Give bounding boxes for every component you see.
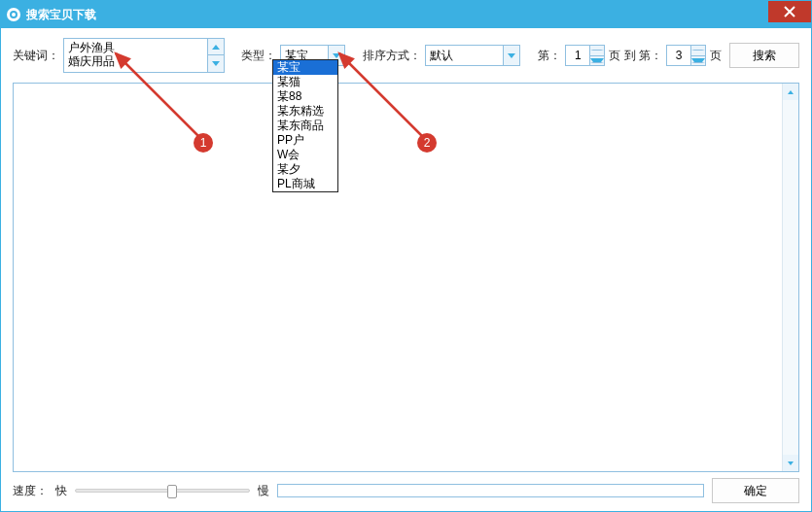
type-option[interactable]: 某猫 <box>273 75 337 89</box>
toolbar: 关键词： 户外渔具 婚庆用品 类型： 某宝 排序方式： 默认 第： <box>1 28 811 73</box>
scroll-track[interactable] <box>783 100 798 455</box>
results-scrollbar[interactable] <box>782 84 798 471</box>
keyword-line: 婚庆用品 <box>68 54 206 68</box>
type-option[interactable]: PP户 <box>273 133 337 148</box>
page-from-input[interactable] <box>566 49 589 62</box>
type-option[interactable]: PL商城 <box>273 177 337 191</box>
app-icon <box>7 8 20 21</box>
page-from-stepper[interactable] <box>565 45 605 66</box>
ok-button[interactable]: 确定 <box>712 478 799 503</box>
page-to-input[interactable] <box>667 49 690 62</box>
title-bar: 搜索宝贝下载 <box>1 1 811 28</box>
type-option[interactable]: 某宝 <box>273 60 337 75</box>
chevron-down-icon <box>788 461 794 465</box>
footer: 速度： 快 慢 确定 <box>13 478 799 503</box>
chevron-down-icon <box>508 53 515 58</box>
keyword-listbox[interactable]: 户外渔具 婚庆用品 <box>63 38 225 73</box>
results-list[interactable] <box>13 83 799 472</box>
close-icon <box>784 6 795 17</box>
page-mid-label: 页 到 第： <box>609 48 662 64</box>
keyword-scroll-down[interactable] <box>207 55 224 72</box>
scroll-down[interactable] <box>783 455 798 471</box>
keyword-label: 关键词： <box>13 48 59 64</box>
sort-value: 默认 <box>426 48 503 64</box>
type-label: 类型： <box>241 48 276 64</box>
chevron-down-icon <box>691 58 705 63</box>
scroll-up[interactable] <box>783 84 798 100</box>
speed-fast-label: 快 <box>55 483 67 499</box>
page-to-down[interactable] <box>691 56 705 66</box>
chevron-up-icon <box>212 45 220 50</box>
speed-slider-thumb[interactable] <box>167 485 177 498</box>
type-option[interactable]: 某88 <box>273 89 337 104</box>
app-window: 搜索宝贝下载 关键词： 户外渔具 婚庆用品 类型： 某宝 排序方式： 默认 <box>0 0 812 512</box>
chevron-up-icon <box>590 50 604 51</box>
speed-slow-label: 慢 <box>258 483 269 499</box>
chevron-down-icon <box>333 53 340 58</box>
page-to-stepper[interactable] <box>666 45 706 66</box>
speed-slider[interactable] <box>75 489 250 493</box>
keyword-line: 户外渔具 <box>68 41 206 54</box>
page-suffix-label: 页 <box>710 48 722 64</box>
chevron-up-icon <box>788 90 794 94</box>
page-to-up[interactable] <box>691 46 705 56</box>
window-title: 搜索宝贝下载 <box>26 7 96 23</box>
type-option[interactable]: 某夕 <box>273 162 337 177</box>
chevron-down-icon <box>212 61 220 66</box>
sort-combobox[interactable]: 默认 <box>425 45 520 66</box>
chevron-up-icon <box>691 50 705 51</box>
speed-label: 速度： <box>13 483 48 499</box>
page-from-down[interactable] <box>590 56 604 66</box>
keyword-scroll-up[interactable] <box>207 39 224 55</box>
type-option[interactable]: 某东精选 <box>273 104 337 119</box>
chevron-down-icon <box>590 58 604 63</box>
page-from-label: 第： <box>538 48 561 64</box>
content-area: 关键词： 户外渔具 婚庆用品 类型： 某宝 排序方式： 默认 第： <box>1 28 811 511</box>
type-dropdown-list[interactable]: 某宝某猫某88某东精选某东商品PP户W会某夕PL商城 <box>272 59 338 192</box>
sort-dropdown-button[interactable] <box>503 46 519 65</box>
search-button[interactable]: 搜索 <box>729 43 799 68</box>
type-option[interactable]: 某东商品 <box>273 119 337 133</box>
progress-bar <box>277 484 704 497</box>
close-button[interactable] <box>768 1 811 22</box>
page-from-up[interactable] <box>590 46 604 56</box>
type-option[interactable]: W会 <box>273 148 337 162</box>
sort-label: 排序方式： <box>363 48 421 64</box>
